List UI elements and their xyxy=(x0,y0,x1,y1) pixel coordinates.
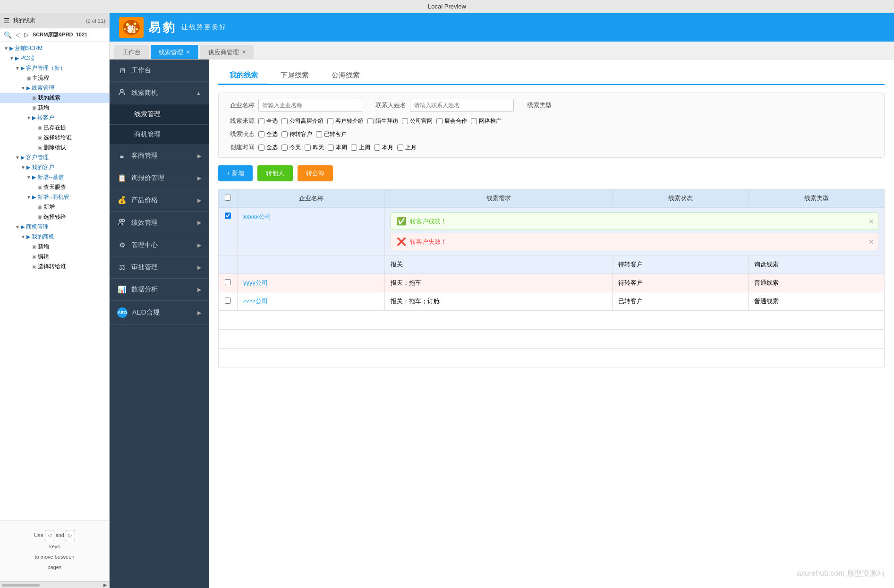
tree-item[interactable]: ▣ 新增 xyxy=(0,242,109,252)
status-pending-checkbox[interactable] xyxy=(281,131,288,137)
time-this-month-option[interactable]: 本月 xyxy=(374,144,393,152)
time-yesterday-checkbox[interactable] xyxy=(305,145,311,151)
sidebar-item-quote-mgmt[interactable]: 📋 询报价管理 ▶ xyxy=(110,167,209,189)
tree-item[interactable]: ▣ 编辑 xyxy=(0,252,109,262)
select-all-checkbox[interactable] xyxy=(225,195,231,201)
row3-checkbox[interactable] xyxy=(225,298,231,304)
filter-contact-input[interactable] xyxy=(410,99,514,112)
hamburger-icon[interactable]: ☰ xyxy=(4,17,10,25)
source-cold-visit-option[interactable]: 陌生拜访 xyxy=(367,117,398,125)
h-scrollbar-track[interactable] xyxy=(2,584,40,587)
time-this-month-checkbox[interactable] xyxy=(374,145,380,151)
nav-prev-btn[interactable]: ◁ xyxy=(16,31,20,38)
source-company-site-option[interactable]: 公司官网 xyxy=(402,117,433,125)
tree-item[interactable]: ▼ ▶ 转客户 xyxy=(0,113,109,123)
source-all-checkbox[interactable] xyxy=(258,118,264,124)
sidebar-subitem-leads-manage[interactable]: 线索管理 xyxy=(110,104,209,125)
tree-item[interactable]: ▣ 已存在提 xyxy=(0,123,109,133)
status-converted-option[interactable]: 已转客户 xyxy=(316,130,347,138)
time-this-week-checkbox[interactable] xyxy=(328,145,334,151)
time-all-checkbox[interactable] xyxy=(258,145,264,151)
time-this-week-option[interactable]: 本周 xyxy=(328,144,347,152)
tree-item[interactable]: ▼ ▶ 营销SCRM xyxy=(0,43,109,53)
source-customer-intro-checkbox[interactable] xyxy=(327,118,333,124)
tree-item[interactable]: ▼ ▶ 我的商机 xyxy=(0,232,109,242)
source-company-site-checkbox[interactable] xyxy=(402,118,408,124)
nav-next-btn[interactable]: ▷ xyxy=(24,31,29,38)
sub-tab-my-leads[interactable]: 我的线索 xyxy=(218,67,269,85)
tree-item[interactable]: ▼ ▶ 我的客户 xyxy=(0,162,109,172)
sub-tab-sub-leads[interactable]: 下属线索 xyxy=(269,67,320,85)
sidebar-item-workbench[interactable]: 🖥 工作台 xyxy=(110,60,209,82)
tree-item[interactable]: ▼ ▶ 线索管理 xyxy=(0,83,109,93)
success-close-btn[interactable]: ✕ xyxy=(868,218,874,225)
status-converted-checkbox[interactable] xyxy=(316,131,322,137)
source-online-promo-option[interactable]: 网络推广 xyxy=(471,117,502,125)
source-customer-intro-option[interactable]: 客户转介绍 xyxy=(327,117,364,125)
time-today-checkbox[interactable] xyxy=(281,145,288,151)
status-all-checkbox[interactable] xyxy=(258,131,264,137)
tree-item[interactable]: ▣ 查天眼查 xyxy=(0,182,109,192)
sidebar-item-product-price[interactable]: 💰 产品价格 ▶ xyxy=(110,189,209,212)
scroll-right-arrow[interactable]: ▶ xyxy=(103,582,107,588)
tab-supplier-close[interactable]: ✕ xyxy=(242,49,246,55)
error-close-btn[interactable]: ✕ xyxy=(868,238,874,246)
sidebar-subitem-merchant[interactable]: 商机管理 xyxy=(110,125,209,145)
time-last-week-checkbox[interactable] xyxy=(351,145,357,151)
tab-leads-close[interactable]: ✕ xyxy=(186,49,190,55)
tab-supplier-mgmt[interactable]: 供应商管理 ✕ xyxy=(200,45,254,59)
tree-item[interactable]: ▼ ▶ 商机管理 xyxy=(0,222,109,232)
filter-company-input[interactable] xyxy=(258,99,362,112)
sidebar-item-data-analysis[interactable]: 📊 数据分析 ▶ xyxy=(110,279,209,301)
tree-item[interactable]: ▼ ▶ PC端 xyxy=(0,53,109,63)
time-last-month-checkbox[interactable] xyxy=(397,145,403,151)
source-company-intro-checkbox[interactable] xyxy=(281,118,288,124)
tab-workbench[interactable]: 工作台 xyxy=(114,45,149,59)
tree-item[interactable]: ▣ 选择转给 xyxy=(0,212,109,222)
tree-item[interactable]: ▣ 删除确认 xyxy=(0,143,109,153)
row2-checkbox[interactable] xyxy=(225,279,231,285)
tab-leads-mgmt[interactable]: 线索管理 ✕ xyxy=(151,45,198,59)
tree-item[interactable]: ▼ ▶ 新增--基信 xyxy=(0,172,109,182)
search-icon[interactable]: 🔍 xyxy=(4,31,12,39)
status-all-option[interactable]: 全选 xyxy=(258,130,278,138)
source-online-promo-checkbox[interactable] xyxy=(471,118,477,124)
tree-item selected[interactable]: ▣ 我的线索 xyxy=(0,93,109,103)
row2-company-link[interactable]: yyyy公司 xyxy=(243,279,268,286)
tree-item[interactable]: ▼ ▶ 客户管理（新） xyxy=(0,63,109,73)
time-today-option[interactable]: 今天 xyxy=(281,144,301,152)
source-all-option[interactable]: 全选 xyxy=(258,117,278,125)
row1-company-link[interactable]: xxxxx公司 xyxy=(243,213,271,220)
source-exhibition-checkbox[interactable] xyxy=(436,118,443,124)
sidebar-item-customer-mgmt[interactable]: ≡ 客商管理 ▶ xyxy=(110,145,209,167)
status-pending-option[interactable]: 待转客户 xyxy=(281,130,312,138)
source-exhibition-option[interactable]: 展会合作 xyxy=(436,117,467,125)
sidebar-item-aeo[interactable]: AEO AEO合规 ▶ xyxy=(110,301,209,325)
watermark: axurehub.com 原型资源站 xyxy=(797,569,885,579)
sidebar-item-approval[interactable]: ⚖ 审批管理 ▶ xyxy=(110,256,209,279)
time-yesterday-option[interactable]: 昨天 xyxy=(305,144,324,152)
row3-company-link[interactable]: zzzz公司 xyxy=(243,298,268,305)
time-last-month-option[interactable]: 上月 xyxy=(397,144,417,152)
add-button[interactable]: + 新增 xyxy=(218,165,253,181)
transfer-button[interactable]: 转他人 xyxy=(257,165,293,181)
tree-item[interactable]: ▣ 新增 xyxy=(0,103,109,113)
public-button[interactable]: 转公海 xyxy=(298,165,333,181)
row1-checkbox[interactable] xyxy=(225,213,231,219)
tree-item[interactable]: ▣ 主流程 xyxy=(0,73,109,83)
time-all-option[interactable]: 全选 xyxy=(258,144,278,152)
tree-item[interactable]: ▣ 新增 xyxy=(0,202,109,212)
sub-tab-public-leads[interactable]: 公海线索 xyxy=(320,67,371,85)
left-scrollbar-bottom[interactable]: ▶ xyxy=(0,581,109,588)
source-company-intro-option[interactable]: 公司高层介绍 xyxy=(281,117,324,125)
sidebar-item-leads[interactable]: 线索商机 ▲ xyxy=(110,82,209,104)
tree-item[interactable]: ▼ ▶ 新增--商机管 xyxy=(0,192,109,202)
tree-item[interactable]: ▼ ▶ 客户管理 xyxy=(0,153,109,162)
source-cold-visit-checkbox[interactable] xyxy=(367,118,374,124)
sidebar-item-performance[interactable]: 绩效管理 ▶ xyxy=(110,212,209,234)
sidebar-item-admin-center[interactable]: ⚙ 管理中心 ▶ xyxy=(110,234,209,256)
arrow-icon: ▼ xyxy=(15,224,21,230)
tree-item[interactable]: ▣ 选择转给谁 xyxy=(0,262,109,272)
tree-item[interactable]: ▣ 选择转给谁 xyxy=(0,133,109,143)
time-last-week-option[interactable]: 上周 xyxy=(351,144,370,152)
